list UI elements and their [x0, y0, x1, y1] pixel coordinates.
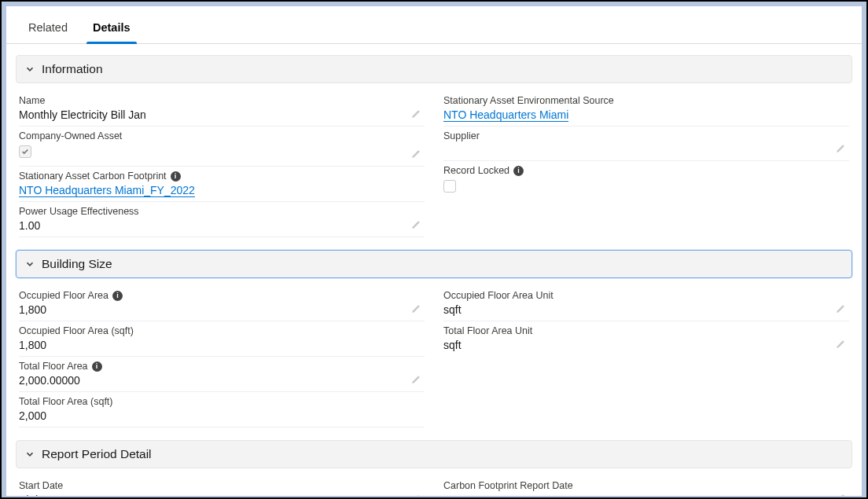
field-value: 1.00 [19, 218, 425, 235]
field-label: Stationary Asset Environmental Source [443, 95, 849, 108]
field-total-area: Total Floor Area i 2,000.00000 [19, 357, 425, 392]
label-text: Stationary Asset Carbon Footprint [19, 171, 167, 182]
pencil-icon[interactable] [835, 303, 846, 314]
field-value [443, 493, 849, 496]
tab-related[interactable]: Related [16, 10, 80, 43]
field-value [19, 143, 425, 164]
section-header-building-size[interactable]: Building Size [16, 250, 852, 278]
field-total-unit: Total Floor Area Unit sqft [443, 321, 849, 356]
field-label: Total Floor Area (sqft) [19, 396, 425, 409]
field-value: NTO Headquarters Miami_FY_2022 [19, 183, 425, 200]
field-label: Occupied Floor Area Unit [443, 290, 849, 303]
section-body-information: Name Monthly Electricity Bill Jan Compan… [16, 83, 852, 239]
right-column: Stationary Asset Environmental Source NT… [443, 91, 849, 237]
info-icon[interactable]: i [112, 291, 123, 301]
field-company-owned: Company-Owned Asset [19, 127, 425, 167]
checkbox-unchecked[interactable] [443, 180, 456, 193]
field-value: NTO Headquarters Miami [443, 108, 849, 124]
field-occupied-unit: Occupied Floor Area Unit sqft [443, 286, 849, 321]
field-supplier: Supplier [443, 127, 849, 161]
record-detail-page: Related Details Information Name Monthly… [6, 6, 862, 496]
section-header-information[interactable]: Information [16, 55, 852, 83]
left-column: Occupied Floor Area i 1,800 Occupied Flo… [19, 286, 425, 427]
right-column: Carbon Footprint Report Date [443, 476, 849, 496]
field-value: sqft [443, 338, 849, 354]
field-value: 1/1/2022 [19, 493, 425, 496]
pencil-icon[interactable] [410, 219, 421, 230]
field-label: Stationary Asset Carbon Footprint i [19, 171, 425, 183]
field-label: Total Floor Area i [19, 361, 425, 373]
field-value: Monthly Electricity Bill Jan [19, 108, 425, 124]
pencil-icon[interactable] [410, 149, 421, 160]
section-header-report-period[interactable]: Report Period Detail [16, 440, 852, 468]
label-text: Total Floor Area [19, 361, 88, 372]
link-env-source[interactable]: NTO Headquarters Miami [443, 108, 568, 122]
field-label: Total Floor Area Unit [443, 325, 849, 338]
field-carbon-footprint: Stationary Asset Carbon Footprint i NTO … [19, 167, 425, 202]
chevron-down-icon [24, 259, 35, 270]
link-carbon-footprint[interactable]: NTO Headquarters Miami_FY_2022 [19, 184, 195, 197]
field-label: Record Locked i [443, 165, 849, 178]
field-record-locked: Record Locked i [443, 161, 849, 203]
pencil-icon[interactable] [410, 303, 421, 314]
section-body-building-size: Occupied Floor Area i 1,800 Occupied Flo… [16, 278, 852, 429]
tab-bar: Related Details [6, 6, 862, 44]
field-value: sqft [443, 303, 849, 319]
section-title: Report Period Detail [42, 447, 152, 461]
pencil-icon[interactable] [835, 143, 846, 154]
label-text: Occupied Floor Area [19, 290, 108, 301]
left-column: Name Monthly Electricity Bill Jan Compan… [19, 91, 425, 237]
label-text: Record Locked [443, 165, 509, 176]
field-label: Start Date [19, 480, 425, 493]
field-start-date: Start Date 1/1/2022 [19, 476, 425, 496]
right-column: Occupied Floor Area Unit sqft Total Floo… [443, 286, 849, 427]
field-value: 2,000 [19, 409, 425, 425]
section-building-size: Building Size Occupied Floor Area i 1,80… [16, 250, 852, 429]
pencil-icon[interactable] [835, 493, 846, 496]
pencil-icon[interactable] [410, 493, 421, 496]
pencil-icon[interactable] [835, 339, 846, 350]
section-title: Information [42, 62, 103, 76]
field-value: 1,800 [19, 303, 425, 319]
pencil-icon[interactable] [410, 108, 421, 119]
field-label: Power Usage Effectiveness [19, 206, 425, 218]
chevron-down-icon [24, 449, 35, 460]
section-report-period: Report Period Detail Start Date 1/1/2022… [16, 440, 852, 496]
field-label: Supplier [443, 130, 849, 143]
field-value: 1,800 [19, 338, 425, 354]
field-name: Name Monthly Electricity Bill Jan [19, 91, 425, 127]
section-information: Information Name Monthly Electricity Bil… [16, 55, 852, 239]
field-value [443, 178, 849, 201]
field-env-source: Stationary Asset Environmental Source NT… [443, 91, 849, 127]
info-icon[interactable]: i [513, 166, 524, 176]
field-power-usage: Power Usage Effectiveness 1.00 [19, 202, 425, 237]
details-content: Information Name Monthly Electricity Bil… [6, 55, 862, 496]
section-title: Building Size [42, 257, 112, 271]
field-total-area-sqft: Total Floor Area (sqft) 2,000 [19, 392, 425, 427]
field-label: Occupied Floor Area i [19, 290, 425, 303]
field-value [443, 143, 849, 159]
chevron-down-icon [24, 64, 35, 75]
field-value: 2,000.00000 [19, 373, 425, 390]
pencil-icon[interactable] [410, 374, 421, 385]
field-label: Name [19, 95, 425, 108]
field-occupied-area-sqft: Occupied Floor Area (sqft) 1,800 [19, 321, 425, 357]
info-icon[interactable]: i [171, 171, 181, 182]
left-column: Start Date 1/1/2022 End Date 2/1/2022 [19, 476, 425, 496]
field-label: Company-Owned Asset [19, 130, 425, 143]
tab-details[interactable]: Details [80, 10, 143, 43]
field-label: Carbon Footprint Report Date [443, 480, 849, 493]
checkbox-checked[interactable] [19, 145, 31, 158]
field-report-date: Carbon Footprint Report Date [443, 476, 849, 496]
info-icon[interactable]: i [92, 361, 102, 372]
section-body-report-period: Start Date 1/1/2022 End Date 2/1/2022 [16, 468, 852, 496]
field-label: Occupied Floor Area (sqft) [19, 325, 425, 338]
field-occupied-area: Occupied Floor Area i 1,800 [19, 286, 425, 321]
